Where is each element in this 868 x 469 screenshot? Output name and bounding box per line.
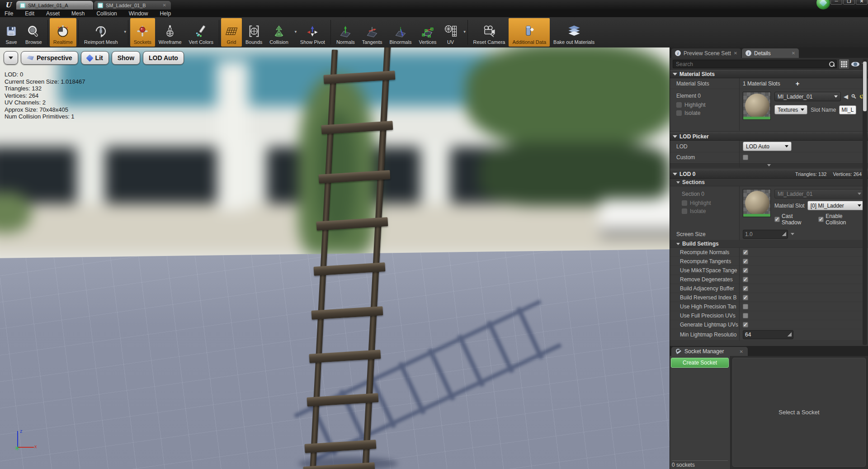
use-selected-asset-icon[interactable]: ◀: [844, 94, 848, 99]
close-button[interactable]: ✕: [856, 0, 868, 5]
lit-mode-button[interactable]: Lit: [81, 51, 109, 65]
chevron-down-icon[interactable]: ▼: [463, 30, 467, 34]
asset-tab-sm-ladder-01-b[interactable]: SM_Ladder_01_B ✕: [94, 1, 171, 9]
search-input[interactable]: [676, 60, 826, 68]
advanced-expander[interactable]: [670, 162, 868, 168]
lod-combo[interactable]: LOD Auto: [743, 142, 792, 151]
reset-camera-button[interactable]: Reset Camera: [470, 18, 509, 47]
section-header-material-slots[interactable]: Material Slots: [670, 70, 868, 78]
close-tab-icon[interactable]: ✕: [792, 51, 795, 56]
section-highlight-checkbox[interactable]: [682, 200, 687, 206]
min-lightmap-input[interactable]: 64: [743, 330, 793, 339]
section-material-thumbnail[interactable]: [743, 189, 771, 217]
details-scrollbar[interactable]: [863, 59, 867, 345]
section-header-lod0[interactable]: LOD 0 Triangles: 132 Vertices: 264: [670, 170, 868, 179]
vertices-toggle-button[interactable]: Vertices: [415, 18, 440, 47]
asset-tab-sm-ladder-01-a[interactable]: SM_Ladder_01_A ✕: [16, 1, 93, 9]
ladder-mesh[interactable]: [0, 47, 670, 469]
slot-name-label: Slot Name: [811, 107, 836, 113]
build-row-checkbox[interactable]: [743, 250, 748, 255]
show-button[interactable]: Show: [112, 51, 140, 65]
perspective-button[interactable]: Perspective: [21, 51, 78, 65]
isolate-label: Isolate: [684, 110, 700, 116]
material-slot-combo[interactable]: [0] MI_Ladder: [807, 201, 864, 210]
uv-toggle-button[interactable]: UV ▼: [440, 18, 466, 47]
viewport-toolbar: Perspective Lit Show LOD Auto: [4, 51, 184, 65]
chevron-down-icon[interactable]: [791, 233, 794, 235]
section-isolate-checkbox[interactable]: [682, 208, 687, 214]
screen-size-input[interactable]: 1.0: [743, 230, 788, 239]
create-socket-button[interactable]: Create Socket: [671, 358, 729, 368]
tab-socket-manager[interactable]: Socket Manager ✕: [671, 347, 748, 356]
menu-asset[interactable]: Asset: [46, 10, 60, 17]
eye-icon[interactable]: [851, 62, 859, 66]
enable-collision-label: Enable Collision: [826, 213, 864, 226]
lod-auto-button[interactable]: LOD Auto: [143, 51, 184, 65]
additional-data-toggle-button[interactable]: Additional Data: [509, 18, 550, 47]
enable-collision-checkbox[interactable]: [818, 217, 824, 222]
section-header-lod-picker[interactable]: LOD Picker: [670, 133, 868, 141]
grid-icon: [225, 24, 238, 38]
normals-toggle-button[interactable]: Normals: [333, 18, 359, 47]
add-material-slot-icon[interactable]: +: [796, 80, 800, 87]
browse-asset-icon[interactable]: 🔍︎: [851, 94, 857, 99]
menu-help[interactable]: Help: [160, 10, 171, 17]
bake-out-materials-button[interactable]: Bake out Materials: [550, 18, 598, 47]
3d-viewport[interactable]: Perspective Lit Show LOD Auto LOD: 0 Cur…: [0, 47, 670, 469]
realtime-toggle-button[interactable]: Realtime: [50, 18, 76, 47]
tab-details[interactable]: i Details ✕: [742, 48, 799, 58]
tab-preview-scene-settings[interactable]: i Preview Scene Sett ✕: [671, 48, 741, 58]
reimport-mesh-button[interactable]: Reimport Mesh ▼: [80, 18, 126, 47]
chevron-down-icon[interactable]: ▼: [123, 30, 127, 34]
collapse-arrow-icon: [673, 135, 677, 138]
display-options-button[interactable]: [839, 59, 849, 69]
viewport-options-button[interactable]: [4, 51, 18, 65]
minimize-button[interactable]: ─: [830, 0, 842, 5]
menu-edit[interactable]: Edit: [25, 10, 34, 17]
menu-window[interactable]: Window: [129, 10, 148, 17]
close-tab-icon[interactable]: ✕: [85, 3, 89, 8]
material-combo[interactable]: MI_Ladder_01: [774, 92, 841, 101]
build-row-checkbox[interactable]: [743, 304, 748, 309]
chevron-down-icon: [858, 204, 861, 207]
close-tab-icon[interactable]: ✕: [739, 349, 743, 354]
collision-toggle-button[interactable]: Collision ▼: [266, 18, 297, 47]
browse-button[interactable]: Browse: [22, 18, 46, 47]
bounds-toggle-button[interactable]: Bounds: [242, 18, 266, 47]
slot-name-input[interactable]: [839, 105, 856, 114]
build-row-label: Generate Lightmap UVs: [670, 322, 739, 328]
restore-button[interactable]: ❐: [843, 0, 855, 5]
build-row-checkbox[interactable]: [743, 295, 748, 300]
build-row-checkbox[interactable]: [743, 313, 748, 318]
toolbar-separator: [47, 20, 48, 45]
save-button[interactable]: Save: [1, 18, 22, 47]
build-row-checkbox[interactable]: [743, 268, 748, 273]
tangents-toggle-button[interactable]: Tangents: [359, 18, 386, 47]
build-row-checkbox[interactable]: [743, 322, 748, 327]
cast-shadow-checkbox[interactable]: [774, 217, 780, 222]
scrollbar-thumb[interactable]: [863, 62, 867, 111]
material-thumbnail[interactable]: [743, 92, 771, 120]
grid-toggle-button[interactable]: Grid: [221, 18, 242, 47]
close-tab-icon[interactable]: ✕: [734, 51, 737, 56]
sections-subheader[interactable]: Sections: [670, 179, 868, 186]
build-row-checkbox[interactable]: [743, 259, 748, 264]
build-row-checkbox[interactable]: [743, 277, 748, 282]
textures-button[interactable]: Textures: [774, 105, 807, 114]
build-settings-subheader[interactable]: Build Settings: [670, 240, 868, 248]
collapse-arrow-icon: [676, 243, 680, 245]
wireframe-toggle-button[interactable]: Wireframe: [155, 18, 185, 47]
build-row-checkbox[interactable]: [743, 286, 748, 291]
menu-file[interactable]: File: [5, 10, 13, 17]
menu-collision[interactable]: Collision: [96, 10, 117, 17]
menu-mesh[interactable]: Mesh: [71, 10, 85, 17]
show-pivot-toggle-button[interactable]: Show Pivot: [297, 18, 329, 47]
vert-colors-toggle-button[interactable]: Vert Colors: [185, 18, 217, 47]
custom-checkbox[interactable]: [743, 155, 748, 160]
close-tab-icon[interactable]: ✕: [163, 3, 166, 8]
isolate-checkbox[interactable]: [676, 110, 682, 116]
status-orb-icon: [816, 0, 830, 9]
binormals-toggle-button[interactable]: Binormals: [386, 18, 415, 47]
sockets-toggle-button[interactable]: Sockets: [130, 18, 155, 47]
highlight-checkbox[interactable]: [676, 102, 682, 108]
